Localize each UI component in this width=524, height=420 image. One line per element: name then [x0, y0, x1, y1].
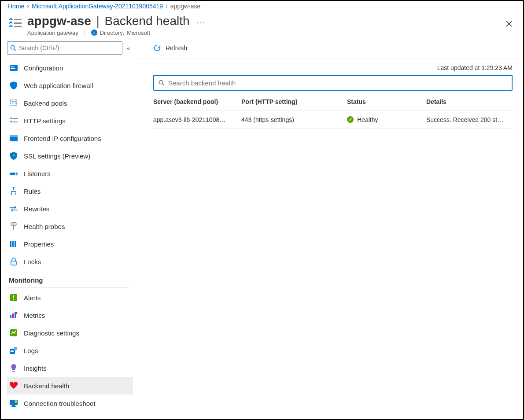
svg-rect-6	[11, 66, 14, 67]
svg-rect-1	[14, 22, 22, 24]
sidebar-item-listeners[interactable]: Listeners	[7, 165, 133, 182]
sidebar-item-insights[interactable]: Insights	[7, 359, 133, 377]
table-row[interactable]: app.asev3-ilb-20211008…443 (https-settin…	[153, 111, 513, 129]
sidebar-item-backend-health[interactable]: Backend health	[7, 377, 133, 394]
svg-rect-25	[13, 299, 14, 300]
resource-name: appgw-ase	[27, 14, 91, 28]
svg-point-39	[15, 400, 17, 403]
metrics-icon	[10, 311, 18, 319]
rules-icon	[10, 187, 18, 195]
svg-point-40	[159, 80, 162, 84]
svg-rect-35	[12, 371, 15, 372]
sidebar-item-logs[interactable]: Logs	[7, 342, 133, 359]
directory-value: Microsoft	[127, 29, 150, 36]
sidebar-item-label: HTTP settings	[24, 117, 66, 125]
svg-rect-22	[11, 261, 16, 265]
alert-icon	[10, 294, 18, 302]
diag-icon	[10, 329, 18, 337]
sidebar-item-rules[interactable]: Rules	[7, 182, 133, 200]
svg-rect-38	[11, 406, 16, 407]
nav-group-monitoring: Monitoring	[7, 270, 129, 287]
sidebar-item-label: Backend health	[24, 382, 69, 390]
sidebar-item-connection-troubleshoot[interactable]: Connection troubleshoot	[7, 394, 133, 412]
col-header-port[interactable]: Port (HTTP setting)	[241, 98, 347, 105]
rewrite-icon	[10, 205, 18, 213]
sidebar-item-configuration[interactable]: Configuration	[7, 59, 133, 77]
title-separator: |	[93, 14, 103, 28]
sidebar-search-input[interactable]	[19, 44, 119, 52]
svg-rect-8	[11, 99, 17, 102]
sidebar-item-http-settings[interactable]: HTTP settings	[7, 112, 133, 129]
col-header-server[interactable]: Server (backend pool)	[153, 98, 241, 105]
svg-rect-11	[13, 122, 18, 122]
svg-rect-19	[10, 241, 11, 247]
close-button[interactable]	[502, 17, 516, 31]
sidebar-search[interactable]	[7, 41, 122, 55]
breadcrumb: Home › Microsoft.ApplicationGateway-2021…	[1, 1, 523, 11]
sidebar-item-ssl-settings[interactable]: SSL settings (Preview)	[7, 147, 133, 165]
sidebar-item-rewrites[interactable]: Rewrites	[7, 200, 133, 217]
svg-point-14	[13, 155, 15, 156]
more-actions-button[interactable]: ···	[197, 18, 206, 27]
sidebar-item-diagnostic-settings[interactable]: Diagnostic settings	[7, 324, 133, 342]
last-updated-text: Last updated at 1:29:23 AM	[137, 59, 523, 75]
sidebar-item-metrics[interactable]: Metrics	[7, 306, 133, 324]
backend-health-table: Server (backend pool) Port (HTTP setting…	[153, 92, 513, 129]
sidebar-item-label: Frontend IP configurations	[24, 135, 101, 142]
backend-health-search-input[interactable]	[168, 79, 507, 87]
sidebar-item-label: Web application firewall	[24, 82, 93, 89]
directory-label: Directory:	[100, 29, 125, 36]
sidebar-item-label: Properties	[24, 240, 54, 248]
svg-rect-10	[13, 118, 18, 119]
cell-status: ✓Healthy	[347, 116, 426, 123]
svg-point-32	[14, 347, 17, 350]
sidebar-item-health-probes[interactable]: Health probes	[7, 217, 133, 235]
col-header-status[interactable]: Status	[347, 98, 426, 105]
svg-rect-27	[12, 313, 14, 318]
status-ok-icon: ✓	[347, 116, 354, 123]
subtitle-divider	[85, 29, 85, 36]
sidebar-item-properties[interactable]: Properties	[7, 235, 133, 253]
svg-rect-34	[11, 351, 14, 352]
svg-rect-2	[14, 26, 22, 27]
refresh-button[interactable]: Refresh	[153, 44, 187, 52]
search-icon	[10, 45, 16, 51]
toolbar: Refresh	[137, 40, 523, 59]
page-title: Backend health	[105, 14, 190, 28]
breadcrumb-home[interactable]: Home	[8, 3, 24, 10]
svg-rect-13	[10, 135, 18, 137]
sidebar-item-label: Locks	[24, 258, 41, 265]
svg-rect-21	[15, 241, 16, 247]
sidebar-item-label: Connection troubleshoot	[24, 400, 96, 407]
group-divider	[8, 287, 129, 288]
svg-rect-15	[10, 173, 15, 175]
main-content: Refresh Last updated at 1:29:23 AM Serve…	[137, 40, 523, 419]
sidebar-item-label: SSL settings (Preview)	[24, 152, 90, 160]
sidebar-item-label: Metrics	[24, 312, 45, 319]
ip-card-icon	[10, 134, 18, 142]
svg-rect-7	[11, 68, 15, 69]
cell-port: 443 (https-settings)	[241, 116, 347, 123]
svg-rect-20	[12, 241, 14, 247]
svg-point-18	[13, 224, 15, 225]
sidebar-item-backend-pools[interactable]: Backend pools	[7, 94, 133, 112]
cell-server: app.asev3-ilb-20211008…	[153, 116, 241, 123]
sidebar-item-frontend-ip[interactable]: Frontend IP configurations	[7, 129, 133, 147]
sidebar-item-waf[interactable]: Web application firewall	[7, 77, 133, 94]
breadcrumb-rg[interactable]: Microsoft.ApplicationGateway-20211019005…	[32, 3, 163, 10]
svg-rect-5	[10, 65, 18, 71]
sidebar: « ConfigurationWeb application firewallB…	[1, 40, 137, 419]
sidebar-item-alerts[interactable]: Alerts	[7, 289, 133, 306]
sidebar-item-label: Diagnostic settings	[24, 329, 79, 337]
col-header-details[interactable]: Details	[426, 98, 513, 105]
shield-icon	[10, 81, 18, 89]
collapse-sidebar-button[interactable]: «	[127, 45, 130, 52]
probe-icon	[10, 222, 18, 230]
http-list-icon	[10, 117, 18, 125]
sidebar-item-label: Health probes	[24, 223, 65, 230]
svg-rect-33	[11, 350, 13, 351]
breadcrumb-current: appgw-ase	[170, 3, 201, 10]
backend-health-search[interactable]	[153, 75, 513, 91]
sidebar-item-locks[interactable]: Locks	[7, 253, 133, 270]
sidebar-nav[interactable]: ConfigurationWeb application firewallBac…	[7, 59, 137, 419]
